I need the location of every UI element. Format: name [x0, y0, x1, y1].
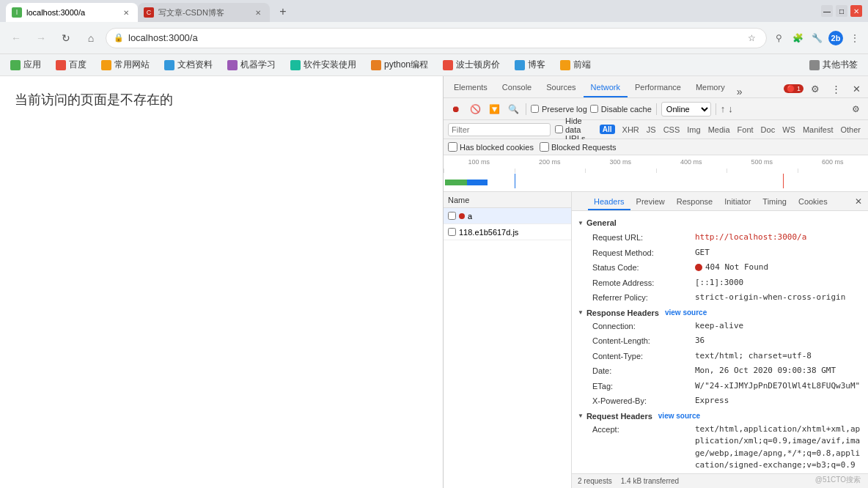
- filter-toggle-button[interactable]: 🔽: [486, 101, 502, 117]
- disable-cache-label[interactable]: Disable cache: [590, 105, 652, 114]
- minimize-button[interactable]: —: [821, 5, 833, 17]
- response-headers-section-header[interactable]: Response Headers view source: [578, 306, 862, 319]
- devtools-tab-elements[interactable]: Elements: [446, 78, 495, 97]
- general-section-header[interactable]: General: [578, 215, 862, 230]
- devtools-tab-sources[interactable]: Sources: [539, 78, 583, 97]
- apps-icon: [10, 60, 21, 70]
- has-blocked-cookies-label[interactable]: Has blocked cookies: [448, 142, 534, 152]
- bookmark-boston[interactable]: 波士顿房价: [438, 57, 504, 73]
- detail-tab-initiator[interactable]: Initiator: [718, 194, 757, 210]
- tab-close-1[interactable]: ✕: [120, 7, 132, 18]
- clear-button[interactable]: 🚫: [467, 101, 483, 117]
- bookmark-python[interactable]: python编程: [367, 57, 433, 73]
- bookmark-docs[interactable]: 文档资料: [160, 57, 217, 73]
- request-row-a[interactable]: a: [444, 208, 571, 224]
- reload-button[interactable]: ↻: [56, 28, 76, 48]
- remote-address-val: [::1]:3000: [695, 277, 743, 289]
- filter-other[interactable]: Other: [837, 125, 864, 135]
- tab-csdn[interactable]: C 写文章-CSDN博客 ✕: [138, 3, 270, 22]
- close-button[interactable]: ✕: [850, 5, 862, 17]
- filter-all-button[interactable]: All: [600, 125, 615, 134]
- bookmark-ml[interactable]: 机器学习: [223, 57, 280, 73]
- disable-cache-checkbox[interactable]: [590, 105, 598, 113]
- detail-row-request-method: Request Method: GET: [584, 245, 862, 261]
- devtools-tab-network[interactable]: Network: [584, 78, 628, 97]
- blocked-requests-checkbox[interactable]: [540, 142, 549, 152]
- devtools-more-button[interactable]: »: [732, 86, 747, 97]
- user-avatar[interactable]: 2b: [828, 31, 843, 45]
- content-length-val: 36: [695, 335, 705, 347]
- bookmark-baidu[interactable]: 百度: [51, 57, 91, 73]
- filter-xhr[interactable]: XHR: [619, 125, 642, 135]
- request-headers-view-source[interactable]: view source: [658, 412, 700, 420]
- download-icon[interactable]: ↓: [728, 103, 733, 114]
- throttle-select[interactable]: Online Fast 3G Slow 3G Offline: [661, 102, 711, 117]
- request-headers-section-header[interactable]: Request Headers view source: [578, 409, 862, 422]
- bookmark-apps[interactable]: 应用: [6, 57, 45, 73]
- devtools-settings-icon[interactable]: ⚙: [806, 80, 824, 97]
- filter-manifest[interactable]: Manifest: [800, 125, 836, 135]
- filter-img[interactable]: Img: [684, 125, 703, 135]
- record-button[interactable]: ⏺: [448, 101, 464, 117]
- search-button[interactable]: 🔍: [505, 101, 521, 117]
- filter-font[interactable]: Font: [735, 125, 757, 135]
- bookmark-common-sites[interactable]: 常用网站: [97, 57, 154, 73]
- bookmark-other[interactable]: 其他书签: [805, 57, 862, 73]
- chrome-menu-icon[interactable]: ⋮: [847, 31, 862, 45]
- page-content: 当前访问的页面是不存在的: [0, 76, 443, 488]
- detail-tab-response[interactable]: Response: [671, 194, 719, 210]
- tab-localhost[interactable]: l localhost:3000/a ✕: [6, 3, 138, 22]
- has-blocked-cookies-checkbox[interactable]: [448, 142, 457, 152]
- req-check-a[interactable]: [448, 212, 456, 220]
- detail-tab-preview[interactable]: Preview: [630, 194, 671, 210]
- filter-media[interactable]: Media: [705, 125, 733, 135]
- search-icon[interactable]: ⚲: [771, 31, 786, 45]
- maximize-button[interactable]: □: [836, 5, 847, 17]
- filter-doc[interactable]: Doc: [758, 125, 779, 135]
- devtools-panel: Elements Console Sources Network Perform…: [443, 76, 868, 488]
- disable-cache-text: Disable cache: [601, 105, 652, 114]
- tabs-container: l localhost:3000/a ✕ C 写文章-CSDN博客 ✕ +: [6, 0, 821, 22]
- filter-js[interactable]: JS: [644, 125, 659, 135]
- bookmark-blog[interactable]: 博客: [510, 57, 550, 73]
- network-settings-icon[interactable]: ⚙: [847, 101, 864, 117]
- response-headers-body: Connection: keep-alive Content-Length: 3…: [578, 319, 862, 409]
- detail-close-button[interactable]: ✕: [852, 195, 865, 208]
- preserve-log-checkbox[interactable]: [531, 105, 539, 113]
- forward-button[interactable]: →: [31, 28, 51, 48]
- response-headers-view-source[interactable]: view source: [665, 308, 707, 317]
- preserve-log-label[interactable]: Preserve log: [531, 105, 587, 114]
- upload-icon[interactable]: ↑: [721, 103, 726, 114]
- bookmark-software[interactable]: 软件安装使用: [286, 57, 361, 73]
- devtools-close-icon[interactable]: ✕: [847, 80, 865, 97]
- devtools-tab-memory[interactable]: Memory: [688, 78, 732, 97]
- bookmark-star-icon[interactable]: ☆: [744, 31, 759, 45]
- filter-css[interactable]: CSS: [661, 125, 683, 135]
- tab-close-2[interactable]: ✕: [252, 7, 264, 18]
- request-row-js[interactable]: 118.e1b5617d.js: [444, 224, 571, 240]
- devtools-more-icon[interactable]: ⋮: [827, 80, 845, 97]
- blocked-bar: Has blocked cookies Blocked Requests: [444, 139, 868, 155]
- devtools-tab-console[interactable]: Console: [495, 78, 539, 97]
- filter-input[interactable]: [448, 123, 551, 136]
- boston-icon: [443, 60, 453, 70]
- detail-row-accept: Accept: text/html,application/xhtml+xml,…: [584, 422, 862, 473]
- detail-tab-headers[interactable]: Headers: [588, 194, 630, 210]
- home-button[interactable]: ⌂: [81, 28, 101, 48]
- extension-icon[interactable]: 🔧: [809, 31, 824, 45]
- req-check-js[interactable]: [448, 228, 456, 236]
- tick-300ms: 300 ms: [585, 158, 656, 166]
- hide-data-urls-checkbox[interactable]: [555, 125, 563, 133]
- filter-ws[interactable]: WS: [779, 125, 798, 135]
- transferred-size: 1.4 kB transferred: [621, 477, 679, 485]
- address-input-wrap[interactable]: 🔒 localhost:3000/a ☆: [106, 28, 767, 48]
- back-button[interactable]: ←: [6, 28, 26, 48]
- blocked-requests-label[interactable]: Blocked Requests: [540, 142, 617, 152]
- devtools-tab-performance[interactable]: Performance: [628, 78, 688, 97]
- extension-puzzle-icon[interactable]: 🧩: [790, 31, 805, 45]
- bookmark-frontend[interactable]: 前端: [556, 57, 595, 73]
- detail-tab-cookies[interactable]: Cookies: [792, 194, 834, 210]
- detail-tab-timing[interactable]: Timing: [757, 194, 792, 210]
- new-tab-button[interactable]: +: [273, 1, 293, 22]
- blog-icon: [515, 60, 525, 70]
